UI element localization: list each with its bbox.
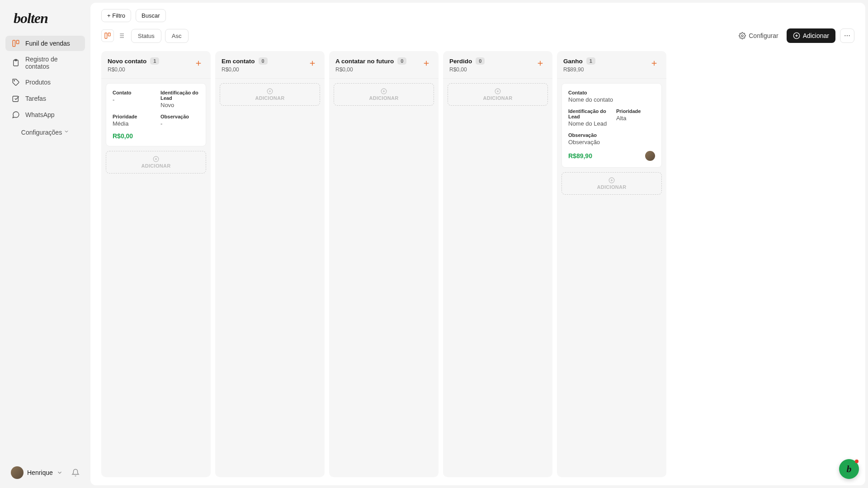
svg-point-19 <box>847 35 848 36</box>
chevron-down-icon[interactable] <box>57 469 63 476</box>
card-field: Prioridade Média <box>113 114 151 127</box>
column: Ganho 1 R$89,90 Contato Nome do contato … <box>557 51 666 477</box>
column-header: A contatar no futuro 0 R$0,00 <box>329 51 439 79</box>
config-link[interactable]: Configurações <box>5 122 85 142</box>
add-card-label: ADICIONAR <box>483 95 512 101</box>
card-field-value: Média <box>113 120 151 127</box>
card-field-label: Identificação do Lead <box>568 108 607 119</box>
card-field-label: Observação <box>160 114 199 119</box>
column-title: Ganho <box>563 58 583 65</box>
card-field-label: Prioridade <box>113 114 151 119</box>
column-add-button[interactable] <box>534 57 546 69</box>
column-title: Novo contato <box>108 58 146 65</box>
column-count: 0 <box>476 57 485 65</box>
nav-item-whatsapp[interactable]: WhatsApp <box>5 107 85 122</box>
list-view-button[interactable] <box>115 29 127 42</box>
card-row: Contato - Identificação do Lead Novo <box>113 90 199 108</box>
add-card-button[interactable]: ADICIONAR <box>561 172 662 195</box>
fab-letter: b <box>847 463 852 475</box>
card-field-value: Alta <box>616 115 655 122</box>
kanban-icon <box>12 39 20 47</box>
tag-icon <box>12 78 20 86</box>
nav-label: Produtos <box>25 79 51 86</box>
column-header: Novo contato 1 R$0,00 <box>101 51 211 79</box>
add-card-button[interactable]: ADICIONAR <box>106 151 206 174</box>
nav-item-tarefas[interactable]: Tarefas <box>5 91 85 106</box>
toolbar-right: Configurar Adicionar <box>735 28 854 43</box>
help-fab[interactable]: b <box>839 459 859 479</box>
column-count: 1 <box>150 57 159 65</box>
card-field: Identificação do Lead Novo <box>160 90 199 108</box>
column-add-button[interactable] <box>648 57 660 69</box>
add-card-label: ADICIONAR <box>255 95 284 101</box>
card-field-value: Nome do Lead <box>568 120 607 127</box>
column-title: Em contato <box>222 58 255 65</box>
lead-card[interactable]: Contato Nome do contato Identificação do… <box>561 83 662 168</box>
svg-point-18 <box>844 35 845 36</box>
column-amount: R$0,00 <box>108 66 159 73</box>
card-field-label: Prioridade <box>616 108 655 114</box>
add-label: Adicionar <box>803 32 829 39</box>
kanban-view-button[interactable] <box>101 29 114 42</box>
filter-button[interactable]: + Filtro <box>101 9 131 22</box>
column-add-button[interactable] <box>193 57 204 69</box>
search-button[interactable]: Buscar <box>136 9 165 22</box>
plus-circle-icon <box>267 88 273 94</box>
column-amount: R$0,00 <box>449 66 485 73</box>
nav-item-funil-de-vendas[interactable]: Funil de vendas <box>5 36 85 51</box>
config-label: Configurações <box>21 129 62 136</box>
card-field-label: Contato <box>568 90 655 95</box>
column-amount: R$0,00 <box>222 66 268 73</box>
add-card-label: ADICIONAR <box>597 184 626 190</box>
toolbar-row: Status Asc Configurar Adicionar <box>101 28 854 43</box>
more-button[interactable] <box>840 28 854 43</box>
sort-dir-select[interactable]: Asc <box>165 29 189 43</box>
svg-point-4 <box>14 80 15 81</box>
card-row: Identificação do Lead Nome do Lead Prior… <box>568 108 655 127</box>
column-body: ADICIONAR <box>329 79 439 110</box>
filter-row: + Filtro Buscar <box>101 9 854 22</box>
nav-item-registro-de-contatos[interactable]: Registro de contatos <box>5 52 85 74</box>
sort-by-select[interactable]: Status <box>131 29 161 43</box>
add-card-button[interactable]: ADICIONAR <box>220 83 320 106</box>
card-row: Prioridade Média Observação - <box>113 114 199 127</box>
card-field: Observação - <box>160 114 199 127</box>
card-row: Contato Nome do contato <box>568 90 655 103</box>
nav-label: Funil de vendas <box>25 40 70 47</box>
user-avatar[interactable] <box>11 466 24 479</box>
column-add-button[interactable] <box>420 57 432 69</box>
add-card-label: ADICIONAR <box>369 95 398 101</box>
column-count: 1 <box>586 57 595 65</box>
main: + Filtro Buscar Status Asc <box>90 3 865 485</box>
clipboard-icon <box>12 59 20 67</box>
card-field-label: Contato <box>113 90 151 95</box>
plus-circle-icon <box>495 88 501 94</box>
card-field-value: Observação <box>568 139 655 145</box>
column-header: Em contato 0 R$0,00 <box>215 51 325 79</box>
configure-button[interactable]: Configurar <box>735 29 782 42</box>
column-body: ADICIONAR <box>215 79 325 110</box>
add-card-button[interactable]: ADICIONAR <box>448 83 548 106</box>
column: Novo contato 1 R$0,00 Contato - Identifi… <box>101 51 211 477</box>
card-field: Prioridade Alta <box>616 108 655 127</box>
card-field-value: - <box>113 96 151 103</box>
column-body: Contato Nome do contato Identificação do… <box>557 79 666 199</box>
column-title: A contatar no futuro <box>335 58 394 65</box>
nav-item-produtos[interactable]: Produtos <box>5 75 85 90</box>
card-field-value: Novo <box>160 102 199 108</box>
add-button[interactable]: Adicionar <box>787 28 835 43</box>
column: Perdido 0 R$0,00 ADICIONAR <box>443 51 552 477</box>
column-body: Contato - Identificação do Lead Novo Pri… <box>101 79 211 178</box>
nav-label: Registro de contatos <box>25 56 79 70</box>
sidebar: bolten Funil de vendasRegistro de contat… <box>0 0 90 488</box>
add-card-button[interactable]: ADICIONAR <box>334 83 434 106</box>
column-add-button[interactable] <box>307 57 318 69</box>
plus-circle-icon <box>381 88 387 94</box>
bell-icon[interactable] <box>71 469 80 477</box>
lead-card[interactable]: Contato - Identificação do Lead Novo Pri… <box>106 83 206 146</box>
svg-rect-0 <box>13 40 15 47</box>
card-price: R$0,00 <box>113 132 133 140</box>
column-header: Perdido 0 R$0,00 <box>443 51 552 79</box>
column-body: ADICIONAR <box>443 79 552 110</box>
card-field: Contato Nome do contato <box>568 90 655 103</box>
